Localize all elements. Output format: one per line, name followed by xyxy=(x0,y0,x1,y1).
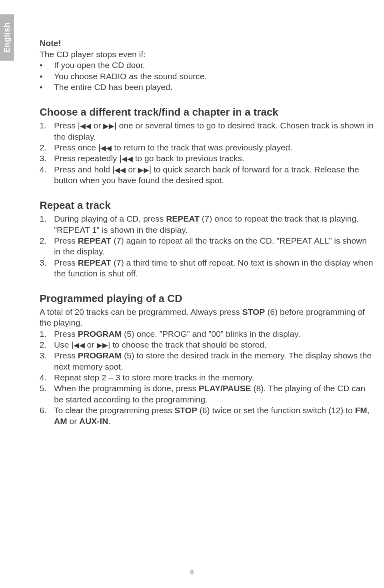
list-item: Press once |◀◀ to return to the track th… xyxy=(40,142,376,153)
list-item: If you open the CD door. xyxy=(40,60,376,70)
bold-text: AM xyxy=(54,416,67,426)
list-item: Press REPEAT (7) again to repeat all the… xyxy=(40,235,376,257)
bold-text: REPEAT xyxy=(78,258,112,267)
prev-icon: ◀◀ xyxy=(100,144,112,152)
language-tab: English xyxy=(0,14,14,61)
text: Press xyxy=(54,351,78,360)
text: Press xyxy=(54,258,78,267)
bold-text: REPEAT xyxy=(78,236,112,245)
note-intro: The CD player stops even if: xyxy=(40,49,376,60)
bold-text: PROGRAM xyxy=(78,329,122,338)
text: During playing of a CD, press xyxy=(54,214,166,223)
text: to return to the track that was previous… xyxy=(112,143,292,152)
programmed-intro: A total of 20 tracks can be programmed. … xyxy=(40,306,376,328)
page-number: 6 xyxy=(190,569,194,576)
list-item: During playing of a CD, press REPEAT (7)… xyxy=(40,213,376,235)
next-icon: ▶▶ xyxy=(103,122,114,130)
note-label: Note! xyxy=(40,38,376,48)
text: (6) twice or set the function switch (12… xyxy=(197,406,355,415)
list-item: The entire CD has been played. xyxy=(40,82,376,92)
bold-text: PLAY/PAUSE xyxy=(199,384,251,393)
text: (5) once. ”PROG” and ”00” blinks in the … xyxy=(122,329,300,338)
text: or xyxy=(85,340,97,349)
text: . xyxy=(108,416,110,426)
section-heading-programmed: Programmed playing of a CD xyxy=(40,292,376,305)
section-heading-choose-track: Choose a different track/find a chapter … xyxy=(40,106,376,118)
choose-track-steps: Press |◀◀ or ▶▶| one or several times to… xyxy=(40,120,376,186)
text: | to choose the track that should be sto… xyxy=(108,340,267,349)
text: or xyxy=(126,165,138,174)
text: When the programming is done, press xyxy=(54,384,199,393)
text: Press and hold | xyxy=(54,165,114,174)
text: to go back to previous tracks. xyxy=(133,154,244,163)
text: or xyxy=(91,121,103,130)
bold-text: PROGRAM xyxy=(78,351,122,360)
list-item: Press PROGRAM (5) to store the desired t… xyxy=(40,350,376,372)
text: A total of 20 tracks can be programmed. … xyxy=(40,307,242,316)
bold-text: REPEAT xyxy=(166,214,200,223)
text: To clear the programming press xyxy=(54,406,174,415)
list-item: Press and hold |◀◀ or ▶▶| to quick searc… xyxy=(40,164,376,186)
list-item: Press PROGRAM (5) once. ”PROG” and ”00” … xyxy=(40,328,376,339)
list-item: You choose RADIO as the sound source. xyxy=(40,71,376,82)
section-heading-repeat: Repeat a track xyxy=(40,199,376,212)
page-content: Note! The CD player stops even if: If yo… xyxy=(40,38,376,426)
prev-icon: ◀◀ xyxy=(74,341,85,349)
bold-text: AUX-IN xyxy=(79,416,108,426)
list-item: Press |◀◀ or ▶▶| one or several times to… xyxy=(40,120,376,142)
list-item: Repeat step 2 – 3 to store more tracks i… xyxy=(40,372,376,383)
list-item: Use |◀◀ or ▶▶| to choose the track that … xyxy=(40,339,376,350)
bold-text: STOP xyxy=(174,406,197,415)
repeat-steps: During playing of a CD, press REPEAT (7)… xyxy=(40,213,376,279)
next-icon: ▶▶ xyxy=(97,341,108,349)
bold-text: STOP xyxy=(242,307,265,316)
programmed-steps: Press PROGRAM (5) once. ”PROG” and ”00” … xyxy=(40,328,376,427)
next-icon: ▶▶ xyxy=(138,166,149,174)
list-item: Press repeatedly |◀◀ to go back to previ… xyxy=(40,153,376,164)
text: Press | xyxy=(54,121,80,130)
prev-icon: ◀◀ xyxy=(122,155,133,163)
bold-text: FM xyxy=(355,406,367,415)
text: , xyxy=(367,406,370,415)
text: Press once | xyxy=(54,143,100,152)
list-item: Press REPEAT (7) a third time to shut of… xyxy=(40,257,376,279)
text: Press xyxy=(54,236,78,245)
prev-icon: ◀◀ xyxy=(114,166,126,174)
list-item: To clear the programming press STOP (6) … xyxy=(40,405,376,427)
text: Use | xyxy=(54,340,74,349)
text: Press xyxy=(54,329,78,338)
text: or xyxy=(67,416,79,426)
text: Press repeatedly | xyxy=(54,154,122,163)
prev-icon: ◀◀ xyxy=(80,122,91,130)
list-item: When the programming is done, press PLAY… xyxy=(40,383,376,405)
note-bullets: If you open the CD door. You choose RADI… xyxy=(40,60,376,92)
